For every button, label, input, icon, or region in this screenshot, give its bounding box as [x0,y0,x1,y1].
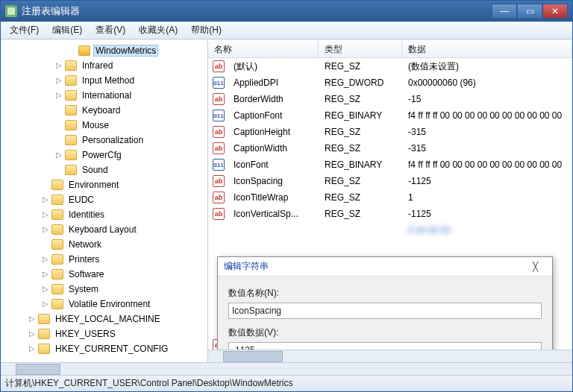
tree-node[interactable]: ▷Keyboard Layout [1,222,207,237]
list-body[interactable]: ab(默认)REG_SZ(数值未设置)011AppliedDPIREG_DWOR… [208,58,572,350]
value-data-input[interactable] [228,342,542,350]
folder-icon [51,224,63,235]
dialog-titlebar[interactable]: 编辑字符串 ╳ [218,257,552,276]
tree-pane[interactable]: WindowMetrics▷Infrared▷Input Method▷Inte… [1,40,208,362]
expand-icon[interactable]: ▷ [28,344,37,353]
list-row[interactable]: abCaptionWidthREG_SZ-315 [208,140,572,157]
expand-icon[interactable]: ▷ [41,195,50,204]
tree-label: Software [66,268,106,280]
tree-node[interactable]: ▷Input Method [1,73,207,88]
expand-icon[interactable]: ▷ [54,91,63,100]
tree-node[interactable]: ▷HKEY_CURRENT_CONFIG [1,341,207,356]
cell-name: CaptionFont [228,110,319,121]
col-data-header[interactable]: 数据 [402,40,572,57]
folder-icon [65,150,77,160]
binary-value-icon: 011 [213,110,225,121]
tree-node[interactable]: ▷PowerCfg [1,148,207,162]
cell-name: IconSpacing [228,176,319,186]
folder-icon [51,195,63,205]
list-row[interactable]: abCaptionHeightREG_SZ-315 [208,124,572,140]
titlebar[interactable]: 注册表编辑器 — ▭ ✕ [1,1,572,22]
cell-type: REG_SZ [319,143,402,154]
tree-node[interactable]: Keyboard [1,103,207,118]
folder-icon [51,269,63,279]
tree-node[interactable]: Sound [1,162,207,177]
dialog-close-button[interactable]: ╳ [524,262,546,272]
expand-icon[interactable]: ▷ [41,210,50,219]
folder-icon [38,329,50,339]
tree-node[interactable]: ▷International [1,88,207,103]
folder-icon [51,299,63,309]
expand-icon[interactable]: ▷ [41,270,50,279]
tree-label: Keyboard [80,104,122,116]
expand-icon [68,46,77,55]
value-name-input[interactable] [228,303,542,319]
cell-data: 0x00000060 (96) [402,78,572,88]
tree-node[interactable]: Network [1,237,207,252]
list-row[interactable]: ab(默认)REG_SZ(数值未设置) [208,58,572,75]
menu-help[interactable]: 帮助(H) [185,22,228,38]
col-type-header[interactable]: 类型 [319,40,402,57]
tree-node[interactable]: WindowMetrics [1,43,207,58]
cell-type: REG_BINARY [319,159,402,170]
menu-file[interactable]: 文件(F) [4,22,45,38]
maximize-button[interactable]: ▭ [517,4,542,19]
cell-data: -1125 [402,209,572,219]
tree-label: Infrared [80,60,115,72]
tree-node[interactable]: ▷EUDC [1,192,207,207]
tree-node[interactable]: ▷Infrared [1,58,207,73]
cell-data: -315 [402,127,572,137]
tree-node[interactable]: ▷HKEY_LOCAL_MACHINE [1,312,207,326]
tree-label: Identities [66,209,107,221]
menu-view[interactable]: 查看(V) [90,22,131,38]
tree-node[interactable]: ▷Identities [1,207,207,222]
list-row[interactable]: abBorderWidthREG_SZ-15 [208,91,572,107]
list-horizontal-scrollbar[interactable] [208,350,572,362]
expand-icon[interactable]: ▷ [28,329,37,338]
tree-node[interactable]: ▷Printers [1,252,207,267]
list-row[interactable]: 011IconFontREG_BINARYf4 ff ff ff 00 00 0… [208,157,572,173]
minimize-button[interactable]: — [492,4,517,19]
tree-node[interactable]: Personalization [1,133,207,148]
cell-name: CaptionHeight [228,127,319,137]
tree-label: Volatile Environment [66,298,152,310]
list-row[interactable]: ab [208,238,572,255]
cell-type: REG_SZ [319,61,402,72]
expand-icon[interactable]: ▷ [41,225,50,234]
cell-name: BorderWidth [228,94,319,104]
folder-icon [65,165,77,175]
tree-horizontal-scrollbar[interactable] [1,362,572,375]
expand-icon[interactable]: ▷ [54,151,63,159]
expand-icon[interactable]: ▷ [54,76,63,85]
tree-node[interactable]: ▷Software [1,267,207,282]
tree-node[interactable]: ▷System [1,282,207,297]
list-row[interactable]: abIconVerticalSp...REG_SZ-1125 [208,206,572,222]
string-value-icon: ab [213,126,225,138]
tree-node[interactable]: Mouse [1,118,207,133]
expand-icon [54,106,63,115]
cell-data: f4 ff ff ff 00 00 00 00 00 00 00 00 00 0… [402,159,572,170]
tree-label: PowerCfg [80,149,124,161]
expand-icon[interactable]: ▷ [41,285,50,294]
tree-node[interactable]: ▷HKEY_USERS [1,326,207,341]
expand-icon[interactable]: ▷ [41,300,50,309]
list-row[interactable]: ab0 00 00 00 [208,222,572,238]
col-name-header[interactable]: 名称 [208,40,319,57]
expand-icon[interactable]: ▷ [41,255,50,264]
menu-favorites[interactable]: 收藏夹(A) [133,22,184,38]
cell-type: REG_SZ [319,176,402,186]
menu-edit[interactable]: 编辑(E) [46,22,88,38]
tree-node[interactable]: ▷Volatile Environment [1,297,207,312]
tree-node[interactable]: Environment [1,177,207,192]
folder-icon [65,60,77,71]
expand-icon[interactable]: ▷ [28,314,37,323]
value-name-label: 数值名称(N): [228,287,542,300]
list-row[interactable]: abIconSpacingREG_SZ-1125 [208,173,572,189]
list-row[interactable]: abIconTitleWrapREG_SZ1 [208,189,572,206]
expand-icon[interactable]: ▷ [54,61,63,70]
cell-type: REG_SZ [319,94,402,104]
list-row[interactable]: 011CaptionFontREG_BINARYf4 ff ff ff 00 0… [208,107,572,124]
close-button[interactable]: ✕ [542,4,568,19]
cell-type: REG_DWORD [319,78,402,88]
list-row[interactable]: 011AppliedDPIREG_DWORD0x00000060 (96) [208,75,572,91]
